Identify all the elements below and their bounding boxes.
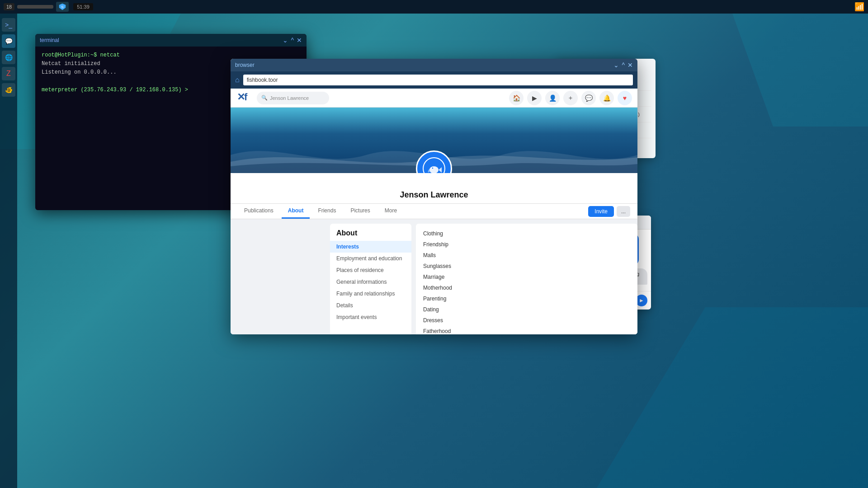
bg-decoration-tr	[732, 14, 868, 127]
taskbar-app-icon[interactable]: S	[56, 2, 69, 12]
sidebar-item-terminal[interactable]: >_	[2, 18, 15, 32]
app2-icon: 🐠	[5, 86, 13, 94]
taskbar-progress	[17, 5, 53, 9]
facebook-navbar: ✕ f 🔍 Jenson Lawrence 🏠 ▶ 👤 ＋ 💬 🔔 ♥	[231, 89, 637, 108]
app1-icon: Z	[6, 70, 11, 78]
terminal-output-2: Listening on 0.0.0.0...	[42, 69, 117, 75]
about-panel: About Interests Employment and education…	[330, 224, 411, 334]
tab-more[interactable]: More	[378, 204, 403, 219]
about-nav-details[interactable]: Details	[330, 300, 411, 311]
terminal-output-1: Netcat initialized	[42, 61, 100, 67]
taskbar: 18 S 51:39 📶	[0, 0, 868, 14]
fb-home-btn[interactable]: 🏠	[509, 91, 524, 105]
interests-list: Clothing Friendship Malls Sunglasses Mar…	[423, 229, 630, 334]
tab-friends[interactable]: Friends	[311, 204, 342, 219]
tab-pictures[interactable]: Pictures	[344, 204, 376, 219]
chat-icon: 💬	[5, 38, 13, 45]
interests-panel: Clothing Friendship Malls Sunglasses Mar…	[416, 224, 637, 334]
about-nav-interests[interactable]: Interests	[330, 241, 411, 253]
about-nav-general[interactable]: General informations	[330, 276, 411, 288]
fb-profile-btn[interactable]: 👤	[545, 91, 560, 105]
about-nav-events[interactable]: Important events	[330, 311, 411, 323]
browser-url-input[interactable]	[243, 75, 633, 85]
browser-title: browser	[235, 62, 255, 68]
wifi-icon: 📶	[854, 2, 864, 12]
interest-parenting: Parenting	[423, 294, 630, 303]
terminal-icon: >_	[5, 21, 12, 28]
interest-motherhood: Motherhood	[423, 283, 630, 292]
about-nav-employment[interactable]: Employment and education	[330, 253, 411, 264]
fb-heart-btn[interactable]: ♥	[618, 91, 632, 105]
invite-button[interactable]: Invite	[588, 206, 614, 217]
interest-sunglasses: Sunglasses	[423, 262, 630, 271]
shield-icon: S	[59, 3, 66, 10]
tab-about[interactable]: About	[282, 204, 310, 219]
interest-malls: Malls	[423, 251, 630, 260]
terminal-close-btn[interactable]: ✕	[297, 37, 302, 43]
terminal-maximize-btn[interactable]: ^	[291, 37, 294, 43]
taskbar-right: 📶	[854, 2, 864, 12]
terminal-minimize-btn[interactable]: ⌄	[283, 37, 288, 43]
sidebar-item-chat[interactable]: 💬	[2, 34, 15, 48]
terminal-prompt-1: root@HotPlugin:~$ netcat	[42, 52, 120, 58]
globe-icon: 🌐	[5, 54, 13, 61]
sidebar-item-globe[interactable]: 🌐	[2, 51, 15, 64]
browser-window: browser ⌄ ^ ✕ ⌂ ✕ f 🔍 Jenson Lawrence 🏠 …	[231, 59, 637, 334]
fb-video-btn[interactable]: ▶	[527, 91, 542, 105]
sidebar-item-app1[interactable]: Z	[2, 67, 15, 80]
interest-marriage: Marriage	[423, 272, 630, 282]
about-panel-title: About	[330, 224, 411, 241]
browser-maximize-btn[interactable]: ^	[622, 62, 625, 68]
about-nav-places[interactable]: Places of residence	[330, 264, 411, 276]
profile-name-bar: Jenson Lawrence	[231, 173, 637, 204]
about-nav-family[interactable]: Family and relationships	[330, 288, 411, 300]
fb-search-placeholder: Jenson Lawrence	[270, 95, 309, 101]
profile-tab-actions: Invite ...	[588, 206, 630, 217]
taskbar-left: 18 S 51:39	[4, 2, 93, 12]
left-sidebar: >_ 💬 🌐 Z 🐠	[0, 14, 17, 488]
browser-toolbar: ⌂	[231, 71, 637, 89]
svg-text:f: f	[244, 91, 248, 103]
browser-window-controls: ⌄ ^ ✕	[613, 62, 633, 68]
browser-titlebar: browser ⌄ ^ ✕	[231, 59, 637, 71]
fb-logo: ✕ f	[236, 90, 252, 106]
svg-text:S: S	[61, 5, 64, 9]
taskbar-number: 18	[4, 3, 14, 10]
tab-publications[interactable]: Publications	[238, 204, 280, 219]
interest-fatherhood: Fatherhood	[423, 327, 630, 334]
fb-messenger-btn[interactable]: 💬	[581, 91, 596, 105]
terminal-titlebar: terminal ⌄ ^ ✕	[35, 34, 307, 47]
search-icon: 🔍	[261, 95, 268, 101]
profile-cover	[231, 108, 637, 173]
browser-close-btn[interactable]: ✕	[627, 62, 633, 68]
fb-notifications-btn[interactable]: 🔔	[599, 91, 614, 105]
fishbook-logo-svg: ✕ f	[236, 90, 252, 103]
taskbar-time: 51:39	[73, 3, 93, 10]
profile-body: About Interests Employment and education…	[231, 219, 637, 334]
svg-text:✕: ✕	[237, 91, 245, 103]
browser-minimize-btn[interactable]: ⌄	[613, 62, 619, 68]
sidebar-item-app2[interactable]: 🐠	[2, 83, 15, 97]
bg-decoration-br	[597, 307, 868, 488]
interest-clothing: Clothing	[423, 229, 630, 238]
terminal-window-controls: ⌄ ^ ✕	[283, 37, 302, 43]
interest-dresses: Dresses	[423, 316, 630, 325]
terminal-title: terminal	[40, 37, 59, 43]
profile-name: Jenson Lawrence	[400, 190, 468, 200]
svg-point-7	[432, 168, 434, 169]
fb-search-bar[interactable]: 🔍 Jenson Lawrence	[257, 92, 329, 104]
terminal-meterpreter: meterpreter (235.76.243.93 / 192.168.0.1…	[42, 87, 188, 93]
profile-left-spacer	[231, 219, 326, 334]
more-options-button[interactable]: ...	[617, 206, 630, 217]
interest-dating: Dating	[423, 305, 630, 314]
interest-friendship: Friendship	[423, 240, 630, 249]
avatar-fish-svg	[423, 157, 445, 173]
fb-add-btn[interactable]: ＋	[563, 91, 578, 105]
profile-tabs: Publications About Friends Pictures More…	[231, 204, 637, 219]
fb-nav-icons: 🏠 ▶ 👤 ＋ 💬 🔔 ♥	[509, 91, 632, 105]
browser-home-button[interactable]: ⌂	[235, 76, 240, 84]
